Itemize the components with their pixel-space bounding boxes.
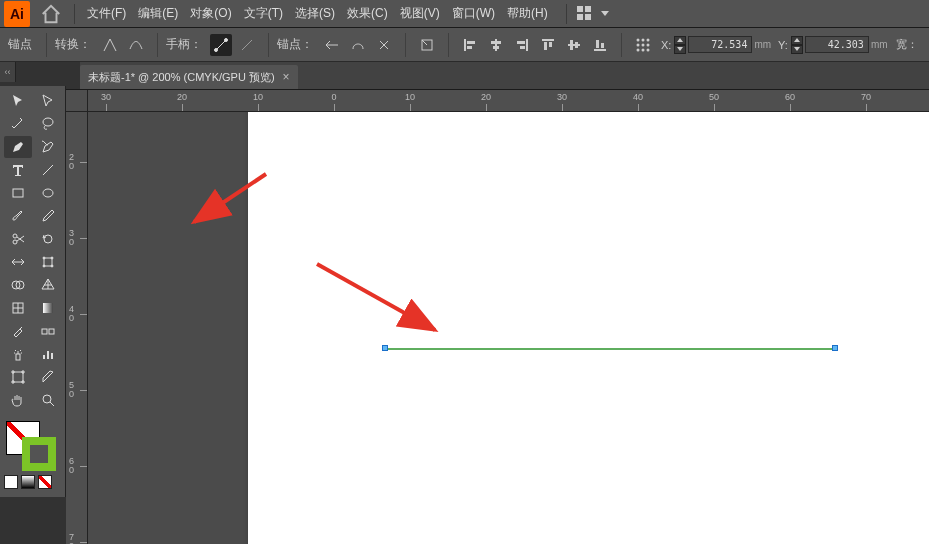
- ruler-vertical[interactable]: 203040506070: [66, 112, 88, 544]
- svg-point-37: [51, 257, 53, 259]
- menu-view[interactable]: 视图(V): [394, 1, 446, 26]
- document-tab[interactable]: 未标题-1* @ 200% (CMYK/GPU 预览) ×: [80, 65, 298, 89]
- stroke-swatch[interactable]: [22, 437, 56, 471]
- selection-tool[interactable]: [4, 90, 32, 112]
- x-stepper[interactable]: [674, 36, 686, 54]
- menu-help[interactable]: 帮助(H): [501, 1, 554, 26]
- ruler-origin[interactable]: [66, 90, 88, 112]
- svg-point-32: [43, 189, 53, 197]
- align-right-icon[interactable]: [511, 34, 533, 56]
- svg-point-28: [642, 48, 645, 51]
- rectangle-tool[interactable]: [4, 182, 32, 204]
- svg-point-39: [51, 265, 53, 267]
- direct-selection-tool[interactable]: [34, 90, 62, 112]
- eyedropper-tool[interactable]: [4, 320, 32, 342]
- magic-wand-tool[interactable]: [4, 113, 32, 135]
- svg-rect-35: [44, 258, 52, 266]
- home-icon[interactable]: [40, 3, 62, 25]
- app-logo[interactable]: Ai: [4, 1, 30, 27]
- width-tool[interactable]: [4, 251, 32, 273]
- viewport[interactable]: [88, 112, 929, 544]
- slice-tool[interactable]: [34, 366, 62, 388]
- rotate-tool[interactable]: [34, 228, 62, 250]
- pen-tool[interactable]: [4, 136, 32, 158]
- svg-point-0: [215, 48, 218, 51]
- scissors-tool[interactable]: [4, 228, 32, 250]
- type-tool[interactable]: [4, 159, 32, 181]
- annotation-arrow-2: [313, 260, 443, 340]
- caret-down-icon: [601, 11, 609, 16]
- y-coord: Y: 42.303 mm: [775, 36, 887, 54]
- anchor-point-left[interactable]: [382, 345, 388, 351]
- anchor-point-right[interactable]: [832, 345, 838, 351]
- svg-rect-44: [42, 329, 47, 334]
- align-center-h-icon[interactable]: [485, 34, 507, 56]
- paintbrush-tool[interactable]: [4, 205, 32, 227]
- workspace-switcher[interactable]: [560, 4, 609, 24]
- fill-stroke-swatch[interactable]: [4, 421, 60, 469]
- menu-select[interactable]: 选择(S): [289, 1, 341, 26]
- lasso-tool[interactable]: [34, 113, 62, 135]
- blend-tool[interactable]: [34, 320, 62, 342]
- symbol-sprayer-tool[interactable]: [4, 343, 32, 365]
- path-segment[interactable]: [385, 348, 835, 350]
- mesh-tool[interactable]: [4, 297, 32, 319]
- zoom-tool[interactable]: [34, 389, 62, 411]
- menu-object[interactable]: 对象(O): [184, 1, 237, 26]
- align-center-v-icon[interactable]: [563, 34, 585, 56]
- graph-tool[interactable]: [34, 343, 62, 365]
- handle-hide-icon[interactable]: [236, 34, 258, 56]
- y-value[interactable]: 42.303: [805, 36, 869, 53]
- hand-tool[interactable]: [4, 389, 32, 411]
- svg-point-36: [43, 257, 45, 259]
- x-value[interactable]: 72.534: [688, 36, 752, 53]
- svg-rect-12: [542, 39, 554, 41]
- remove-anchor-icon[interactable]: [321, 34, 343, 56]
- connect-anchor-icon[interactable]: [347, 34, 369, 56]
- svg-rect-43: [43, 303, 53, 313]
- menu-type[interactable]: 文字(T): [238, 1, 289, 26]
- ruler-horizontal[interactable]: 30201001020304050607080: [88, 90, 929, 112]
- curvature-tool[interactable]: [34, 136, 62, 158]
- document-tabbar: 未标题-1* @ 200% (CMYK/GPU 预览) ×: [66, 62, 929, 90]
- color-mode-solid[interactable]: [4, 475, 18, 489]
- line-tool[interactable]: [34, 159, 62, 181]
- close-icon[interactable]: ×: [283, 70, 290, 84]
- reference-point-icon[interactable]: [632, 34, 654, 56]
- svg-point-22: [642, 38, 645, 41]
- handle-show-icon[interactable]: [210, 34, 232, 56]
- svg-point-24: [637, 43, 640, 46]
- menu-effect[interactable]: 效果(C): [341, 1, 394, 26]
- menu-window[interactable]: 窗口(W): [446, 1, 501, 26]
- convert-smooth-icon[interactable]: [125, 34, 147, 56]
- convert-corner-icon[interactable]: [99, 34, 121, 56]
- svg-rect-14: [549, 42, 552, 47]
- svg-point-29: [647, 48, 650, 51]
- svg-rect-50: [13, 372, 23, 382]
- menu-file[interactable]: 文件(F): [81, 1, 132, 26]
- shape-builder-tool[interactable]: [4, 274, 32, 296]
- color-mode-gradient[interactable]: [21, 475, 35, 489]
- align-left-icon[interactable]: [459, 34, 481, 56]
- y-stepper[interactable]: [791, 36, 803, 54]
- free-transform-tool[interactable]: [34, 251, 62, 273]
- options-bar: 锚点 转换： 手柄： 锚点： X: 72.534 mm Y: 42.303 mm…: [0, 28, 929, 62]
- ellipse-tool[interactable]: [34, 182, 62, 204]
- align-bottom-icon[interactable]: [589, 34, 611, 56]
- menu-edit[interactable]: 编辑(E): [132, 1, 184, 26]
- svg-rect-31: [13, 189, 23, 197]
- pencil-tool[interactable]: [34, 205, 62, 227]
- isolate-icon[interactable]: [416, 34, 438, 56]
- align-top-icon[interactable]: [537, 34, 559, 56]
- svg-point-26: [647, 43, 650, 46]
- svg-rect-48: [47, 351, 49, 359]
- gradient-tool[interactable]: [34, 297, 62, 319]
- collapse-panel-toggle[interactable]: ‹‹: [0, 62, 16, 82]
- color-mode-none[interactable]: [38, 475, 52, 489]
- annotation-arrow-1: [188, 172, 268, 232]
- artboard-tool[interactable]: [4, 366, 32, 388]
- anchors-label: 锚点：: [277, 36, 313, 53]
- cut-anchor-icon[interactable]: [373, 34, 395, 56]
- perspective-tool[interactable]: [34, 274, 62, 296]
- svg-point-1: [225, 38, 228, 41]
